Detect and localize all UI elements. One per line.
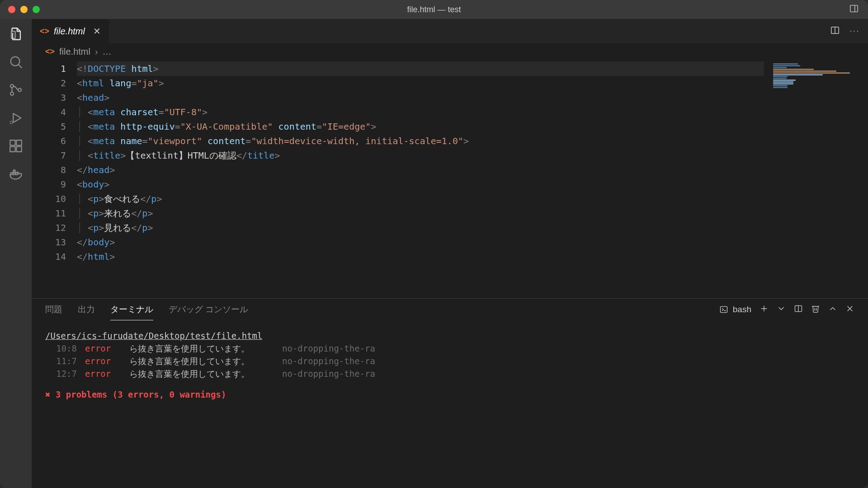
html-file-icon: <> — [45, 47, 55, 56]
svg-line-3 — [19, 65, 21, 67]
svg-marker-7 — [13, 113, 21, 122]
maximize-window-button[interactable] — [33, 6, 40, 13]
chevron-right-icon: › — [95, 47, 98, 57]
svg-point-8 — [10, 121, 13, 124]
panel-tab-3[interactable]: デバッグ コンソール — [169, 299, 248, 320]
new-terminal-icon[interactable] — [760, 304, 769, 315]
run-debug-icon[interactable] — [8, 110, 24, 126]
svg-rect-10 — [10, 146, 15, 151]
gutter: 1234567891011121314 — [32, 61, 77, 298]
docker-icon[interactable] — [8, 166, 24, 182]
breadcrumb[interactable]: <> file.html › … — [32, 43, 868, 60]
terminal-shell-selector[interactable]: bash — [719, 305, 751, 314]
activity-bar — [0, 19, 32, 488]
svg-rect-0 — [850, 5, 858, 12]
titlebar: file.html — test — [0, 0, 868, 19]
svg-rect-16 — [13, 170, 15, 172]
close-tab-icon[interactable]: ✕ — [93, 26, 101, 37]
more-actions-icon[interactable]: ··· — [850, 27, 860, 35]
close-panel-icon[interactable] — [845, 304, 854, 315]
kill-terminal-icon[interactable] — [811, 304, 820, 315]
svg-rect-11 — [16, 146, 21, 151]
close-window-button[interactable] — [8, 6, 15, 13]
search-icon[interactable] — [8, 54, 24, 70]
html-file-icon: <> — [40, 27, 49, 36]
svg-rect-15 — [16, 173, 18, 174]
breadcrumb-more: … — [103, 47, 112, 57]
split-terminal-icon[interactable] — [794, 304, 803, 315]
svg-rect-13 — [11, 173, 13, 174]
svg-rect-12 — [16, 140, 21, 145]
panel-tab-1[interactable]: 出力 — [78, 299, 95, 320]
editor[interactable]: 1234567891011121314 <!DOCTYPE html><html… — [32, 60, 868, 298]
svg-point-2 — [11, 57, 20, 66]
minimize-window-button[interactable] — [20, 6, 28, 13]
panel-tab-2[interactable]: ターミナル — [110, 299, 153, 320]
window-title: file.html — test — [407, 5, 461, 14]
traffic-lights — [8, 6, 40, 13]
breadcrumb-file: file.html — [59, 47, 90, 57]
svg-rect-14 — [13, 173, 15, 174]
panel-tab-0[interactable]: 問題 — [45, 299, 62, 320]
split-editor-icon[interactable] — [830, 25, 840, 37]
maximize-panel-icon[interactable] — [828, 304, 837, 315]
shell-name: bash — [733, 305, 751, 314]
code-area[interactable]: <!DOCTYPE html><html lang="ja"><head>│ <… — [77, 61, 764, 298]
svg-rect-19 — [720, 306, 727, 312]
main-area: <> file.html ✕ ··· <> file.html › … — [32, 19, 868, 488]
minimap[interactable] — [764, 60, 868, 298]
extensions-icon[interactable] — [8, 138, 24, 154]
terminal-output[interactable]: /Users/ics-furudate/Desktop/test/file.ht… — [32, 320, 868, 488]
layout-toggle-icon[interactable] — [849, 4, 859, 15]
source-control-icon[interactable] — [8, 82, 24, 98]
explorer-icon[interactable] — [8, 26, 24, 42]
bottom-panel: 問題出力ターミナルデバッグ コンソール bash /Users/ics-fur — [32, 298, 868, 488]
svg-rect-9 — [10, 140, 15, 145]
window: file.html — test — [0, 0, 868, 488]
tab-label: file.html — [54, 26, 85, 37]
terminal-dropdown-icon[interactable] — [777, 304, 786, 315]
panel-tabs: 問題出力ターミナルデバッグ コンソール bash — [32, 299, 868, 320]
tabbar: <> file.html ✕ ··· — [32, 19, 868, 43]
tab-file-html[interactable]: <> file.html ✕ — [32, 19, 109, 43]
